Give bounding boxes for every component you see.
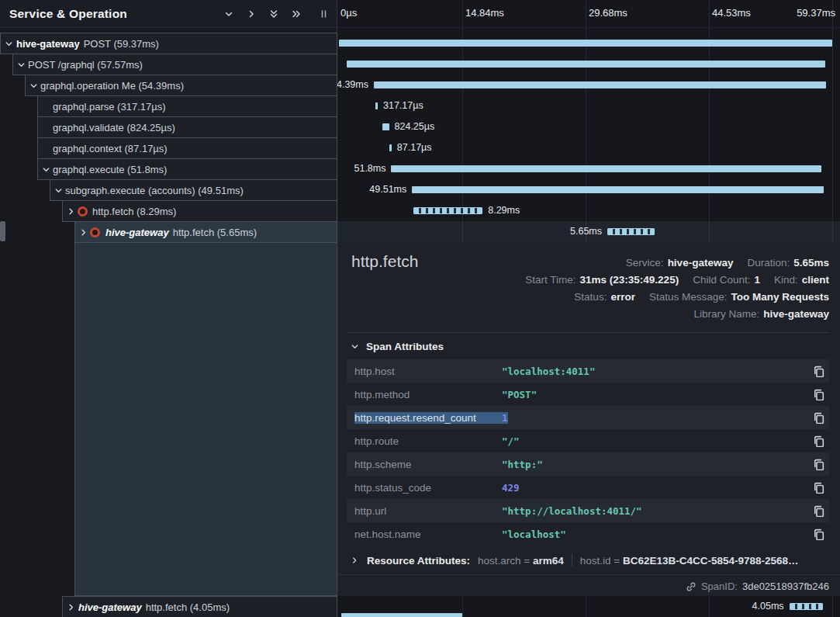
span-operation-label: graphql.context (87.17µs)	[53, 143, 168, 154]
attribute-value: "POST"	[502, 389, 807, 400]
timeline-row	[337, 54, 840, 75]
error-icon	[78, 206, 88, 217]
meta-line: Start Time:31ms (23:35:49.225)Child Coun…	[525, 271, 829, 288]
meta-key: Child Count:	[693, 274, 750, 286]
span-tree-row[interactable]: hive-gatewayPOST (59.37ms)	[0, 33, 337, 54]
meta-value: hive-gateway	[763, 308, 829, 320]
span-tree-row[interactable]: hive-gatewayhttp.fetch (4.05ms)	[62, 596, 337, 617]
span-duration-text: 54.39ms	[337, 79, 368, 90]
divider	[348, 332, 829, 333]
selected-span-region[interactable]	[74, 242, 337, 596]
resource-attributes-toggle[interactable]: Resource Attributes: host.arch = arm64ho…	[350, 554, 799, 567]
attribute-value: "http:"	[502, 459, 807, 470]
span-duration-bar[interactable]	[375, 102, 378, 109]
span-id-value: 3de02518937fb246	[742, 581, 829, 592]
span-tree-row[interactable]: graphql.context (87.17µs)	[37, 137, 337, 159]
copy-icon[interactable]	[807, 459, 829, 470]
panel-title: Service & Operation	[9, 7, 127, 21]
timeline-row: 824.25µs	[337, 116, 840, 137]
span-duration-bar[interactable]	[339, 40, 832, 47]
chevron-down-icon[interactable]	[4, 39, 16, 49]
ruler-tick-label: 44.53ms	[712, 7, 751, 19]
attribute-value: "http://localhost:4011/"	[502, 505, 807, 517]
collapse-icon[interactable]	[223, 9, 234, 19]
expand-icon[interactable]	[246, 9, 257, 19]
timeline-row	[337, 33, 840, 54]
span-tree-row[interactable]: POST /graphql (57.57ms)	[12, 54, 337, 75]
span-operation-label: http.fetch (8.29ms)	[92, 206, 176, 217]
chevron-right-icon[interactable]	[66, 602, 78, 612]
meta-value: hive-gateway	[668, 257, 734, 269]
span-duration-bar[interactable]	[347, 61, 825, 68]
copy-icon[interactable]	[807, 412, 829, 424]
chevron-down-icon[interactable]	[41, 165, 53, 175]
span-operation-label: graphql.parse (317.17µs)	[53, 101, 166, 113]
attribute-row: http.scheme"http:"	[347, 452, 829, 476]
span-duration-bar[interactable]	[382, 123, 389, 130]
span-tree-row[interactable]: graphql.validate (824.25µs)	[37, 116, 337, 138]
span-duration-text: 4.05ms	[752, 601, 784, 612]
span-tree-row[interactable]: http.fetch (8.29ms)	[62, 200, 337, 222]
ruler-tick-label: 29.68ms	[589, 7, 627, 19]
span-operation-label: http.fetch (5.65ms)	[173, 227, 257, 238]
copy-icon[interactable]	[807, 435, 829, 447]
span-detail-panel: http.fetch Service:hive-gatewayDuration:…	[337, 242, 840, 596]
collapse-all-icon[interactable]	[268, 9, 279, 19]
tree-header: Service & Operation	[0, 0, 337, 28]
span-duration-bar[interactable]	[607, 228, 655, 235]
span-duration-bar[interactable]	[412, 186, 823, 193]
timeline-row: 317.17µs	[337, 95, 840, 116]
attribute-key: http.request.resend_count	[354, 412, 502, 424]
span-duration-bar[interactable]	[413, 207, 482, 214]
attribute-key: http.url	[354, 505, 502, 517]
error-icon	[90, 227, 100, 237]
span-tree-row[interactable]: graphql.parse (317.17µs)	[37, 95, 337, 117]
span-attributes-toggle[interactable]: Span Attributes	[350, 341, 444, 352]
span-tree-row[interactable]: graphql.operation Me (54.39ms)	[25, 75, 337, 96]
meta-line: Status:errorStatus Message:Too Many Requ…	[574, 288, 829, 305]
divider	[337, 574, 840, 575]
ruler-tick-label: 14.84ms	[465, 7, 504, 19]
copy-icon[interactable]	[807, 366, 829, 377]
chevron-right-icon[interactable]	[66, 206, 78, 217]
meta-key: Library Name:	[693, 308, 759, 320]
attribute-key: http.host	[354, 366, 502, 377]
chevron-down-icon[interactable]	[54, 185, 65, 196]
chevron-down-icon[interactable]	[29, 81, 40, 91]
meta-key: Start Time:	[525, 274, 576, 286]
chevron-down-icon[interactable]	[16, 60, 28, 70]
span-id-label: SpanID:	[701, 581, 738, 592]
attribute-value: 429	[502, 482, 807, 494]
attribute-value: "localhost"	[502, 529, 807, 540]
span-duration-text: 317.17µs	[383, 100, 423, 111]
span-tree-row[interactable]: subgraph.execute (accounts) (49.51ms)	[50, 179, 337, 201]
resize-handle-icon[interactable]	[318, 9, 329, 19]
span-duration-text: 5.65ms	[570, 226, 602, 237]
span-tree-row[interactable]: hive-gatewayhttp.fetch (5.65ms)	[74, 221, 337, 243]
span-duration-bar[interactable]	[790, 603, 823, 610]
copy-icon[interactable]	[807, 482, 829, 494]
span-duration-text: 87.17µs	[397, 142, 432, 153]
span-duration-bar[interactable]	[374, 81, 826, 88]
span-id: SpanID: 3de02518937fb246	[686, 581, 829, 592]
scrollbar-thumb[interactable]	[0, 221, 5, 241]
chevron-down-icon	[350, 341, 361, 352]
expand-all-icon[interactable]	[291, 9, 302, 19]
span-duration-bar[interactable]	[391, 165, 821, 172]
span-service-name: hive-gateway	[16, 38, 80, 50]
span-operation-label: graphql.execute (51.8ms)	[53, 164, 167, 175]
copy-icon[interactable]	[807, 389, 829, 400]
span-duration-bar[interactable]	[389, 144, 392, 151]
meta-key: Kind:	[774, 274, 798, 286]
span-operation-label: POST /graphql (57.57ms)	[28, 59, 143, 71]
link-icon[interactable]	[686, 581, 697, 592]
span-meta: Service:hive-gatewayDuration:5.65msStart…	[525, 254, 829, 322]
copy-icon[interactable]	[807, 505, 829, 517]
span-tree-row[interactable]: graphql.execute (51.8ms)	[37, 158, 337, 180]
meta-value: 31ms (23:35:49.225)	[580, 274, 679, 286]
chevron-right-icon[interactable]	[78, 227, 90, 237]
attribute-key: http.scheme	[354, 459, 502, 470]
attribute-key: http.status_code	[354, 482, 502, 494]
meta-value: Too Many Requests	[731, 291, 829, 303]
copy-icon[interactable]	[807, 529, 829, 540]
